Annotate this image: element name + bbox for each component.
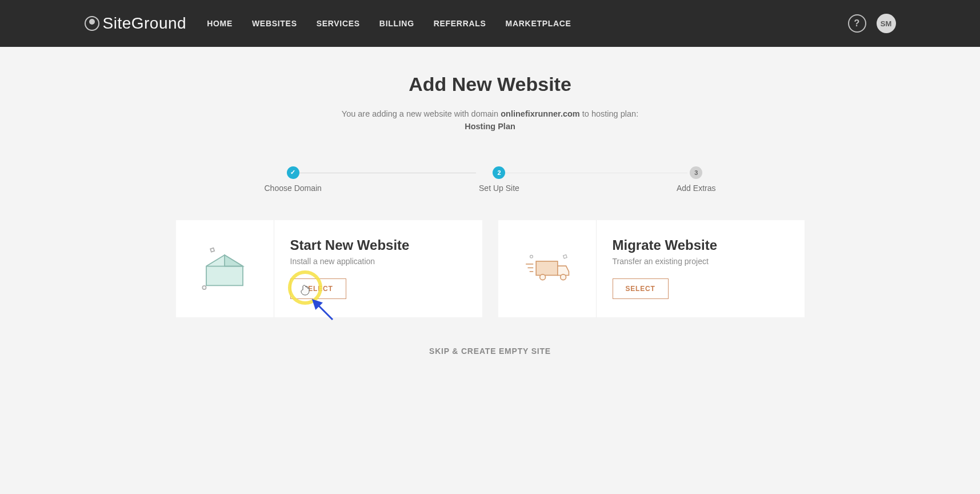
page-title: Add New Website xyxy=(176,73,805,95)
svg-rect-6 xyxy=(536,261,558,275)
svg-marker-13 xyxy=(563,254,567,258)
step-1-circle: ✓ xyxy=(287,166,299,179)
nav-websites[interactable]: WEBSITES xyxy=(252,19,297,28)
card-start-desc: Install a new application xyxy=(290,257,466,266)
help-icon[interactable]: ? xyxy=(848,14,866,33)
brand-name: SiteGround xyxy=(103,14,187,33)
svg-point-7 xyxy=(540,274,546,280)
step-2-label: Set Up Site xyxy=(479,184,519,193)
svg-point-12 xyxy=(530,255,533,258)
step-2-circle: 2 xyxy=(493,166,505,179)
help-symbol: ? xyxy=(854,18,860,29)
subtitle-plan: Hosting Plan xyxy=(465,122,515,131)
nav-home[interactable]: HOME xyxy=(207,19,233,28)
main-content: Add New Website You are adding a new web… xyxy=(176,47,805,356)
step-add-extras: 3 Add Extras xyxy=(677,166,715,193)
migrate-website-select-button[interactable]: SELECT xyxy=(613,278,669,299)
start-new-website-select-button[interactable]: SELECT xyxy=(290,278,346,299)
svg-marker-1 xyxy=(225,255,243,266)
svg-line-5 xyxy=(313,300,333,320)
step-line-2 xyxy=(505,173,687,173)
main-nav: HOME WEBSITES SERVICES BILLING REFERRALS… xyxy=(207,19,571,28)
step-choose-domain: ✓ Choose Domain xyxy=(265,166,322,193)
step-1-mark: ✓ xyxy=(290,169,295,176)
subtitle-mid: to hosting plan: xyxy=(580,109,638,118)
subtitle-domain: onlinefixrunner.com xyxy=(501,109,580,118)
svg-point-4 xyxy=(202,285,206,289)
card-start-icon-area xyxy=(176,220,274,317)
progress-stepper: ✓ Choose Domain 2 Set Up Site 3 Add Extr… xyxy=(265,166,716,193)
card-migrate-icon-area xyxy=(498,220,597,317)
nav-services[interactable]: SERVICES xyxy=(317,19,360,28)
user-avatar[interactable]: SM xyxy=(877,14,896,33)
brand-logo[interactable]: SiteGround xyxy=(85,14,187,33)
card-migrate-desc: Transfer an existing project xyxy=(613,257,789,266)
step-1-label: Choose Domain xyxy=(265,184,322,193)
page-subtitle: You are adding a new website with domain… xyxy=(176,108,805,133)
truck-icon xyxy=(521,246,573,292)
avatar-initials: SM xyxy=(881,19,892,28)
svg-marker-3 xyxy=(210,248,214,252)
step-3-mark: 3 xyxy=(694,169,698,176)
nav-referrals[interactable]: REFERRALS xyxy=(434,19,486,28)
subtitle-prefix: You are adding a new website with domain xyxy=(342,109,501,118)
step-3-label: Add Extras xyxy=(677,184,715,193)
card-start-new-website: Start New Website Install a new applicat… xyxy=(176,220,482,317)
step-set-up-site: 2 Set Up Site xyxy=(479,166,519,193)
step-line-1 xyxy=(299,173,476,173)
step-2-mark: 2 xyxy=(497,169,501,176)
top-nav-bar: SiteGround HOME WEBSITES SERVICES BILLIN… xyxy=(0,0,980,47)
option-cards: Start New Website Install a new applicat… xyxy=(176,220,805,317)
skip-create-empty-site-link[interactable]: SKIP & CREATE EMPTY SITE xyxy=(429,346,551,356)
svg-point-8 xyxy=(561,274,566,280)
nav-billing[interactable]: BILLING xyxy=(379,19,414,28)
step-3-circle: 3 xyxy=(690,166,702,179)
card-migrate-title: Migrate Website xyxy=(613,237,789,253)
nav-marketplace[interactable]: MARKETPLACE xyxy=(506,19,571,28)
house-icon xyxy=(199,246,250,292)
card-start-title: Start New Website xyxy=(290,237,466,253)
card-migrate-website: Migrate Website Transfer an existing pro… xyxy=(498,220,805,317)
brand-logo-mark xyxy=(85,16,99,31)
